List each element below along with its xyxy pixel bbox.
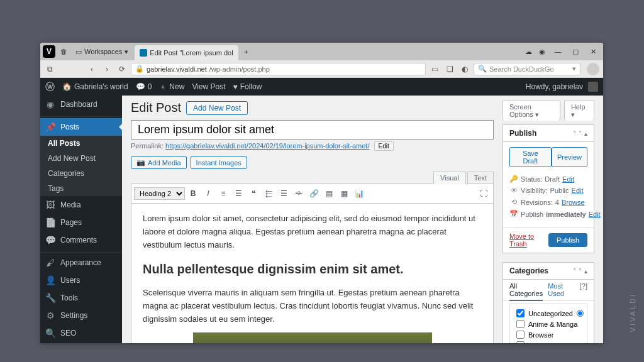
- blocker-icon[interactable]: ◐: [458, 63, 471, 75]
- menu-label: SEO: [60, 329, 76, 337]
- toggle-icon[interactable]: ▴: [584, 130, 587, 137]
- menu-appearance[interactable]: 🖌Appearance: [40, 254, 122, 272]
- reload-button[interactable]: ⟳: [116, 63, 128, 75]
- visibility-label: Visibility:: [521, 187, 548, 194]
- forward-button[interactable]: ›: [101, 63, 113, 75]
- up-icon[interactable]: ˄: [573, 268, 576, 275]
- publish-button[interactable]: Publish: [548, 233, 587, 247]
- menu-tools[interactable]: 🔧Tools: [40, 289, 122, 307]
- category-item[interactable]: Design: [516, 340, 580, 343]
- down-icon[interactable]: ˅: [579, 130, 582, 137]
- chart-button[interactable]: 📊: [352, 187, 366, 200]
- minimize-button[interactable]: —: [550, 45, 565, 58]
- close-button[interactable]: ✕: [586, 45, 601, 58]
- add-new-post-button[interactable]: Add New Post: [186, 101, 248, 115]
- primary-category-radio[interactable]: [577, 310, 584, 317]
- add-media-button[interactable]: 📷Add Media: [131, 156, 187, 169]
- submenu-categories[interactable]: Categories: [40, 166, 122, 181]
- menu-posts[interactable]: 📌Posts: [40, 118, 122, 136]
- url-field[interactable]: 🔒 gabrielav.vivaldi.net/wp-admin/post.ph…: [131, 63, 426, 75]
- category-item[interactable]: Browser: [516, 329, 580, 340]
- toolbar-toggle-button[interactable]: ▦: [337, 187, 351, 200]
- settings-icon: ⚙: [45, 310, 55, 321]
- category-checkbox[interactable]: [516, 320, 525, 328]
- category-checkbox[interactable]: [516, 309, 525, 317]
- submenu-tags[interactable]: Tags: [40, 181, 122, 196]
- numbered-list-button[interactable]: ☰: [231, 187, 245, 200]
- category-checkbox[interactable]: [516, 341, 525, 343]
- metabox-title: Publish: [509, 129, 536, 138]
- screen-options-tab[interactable]: Screen Options ▾: [502, 101, 560, 121]
- view-post-link[interactable]: View Post: [192, 82, 225, 91]
- align-left-button[interactable]: ⬱: [262, 187, 275, 200]
- new-tab-button[interactable]: ＋: [241, 46, 252, 57]
- menu-settings[interactable]: ⚙Settings: [40, 307, 122, 324]
- howdy-link[interactable]: Howdy, gabrielav: [526, 82, 598, 92]
- menu-comments[interactable]: 💬Comments: [40, 231, 122, 249]
- most-used-tab[interactable]: Most Used: [548, 280, 570, 300]
- editor-tabs: Visual Text: [131, 172, 494, 184]
- save-draft-button[interactable]: Save Draft: [509, 147, 552, 167]
- category-item[interactable]: Anime & Manga: [516, 319, 580, 329]
- site-name-link[interactable]: 🏠 Gabriela's world: [62, 82, 128, 91]
- permalink-link[interactable]: https://gabrielav.vivaldi.net/2024/02/19…: [165, 142, 369, 150]
- edit-publish-link[interactable]: Edit: [589, 211, 601, 218]
- comments-link[interactable]: 💬 0: [136, 82, 152, 91]
- format-select[interactable]: Heading 2: [134, 187, 185, 200]
- browser-tab[interactable]: Edit Post "Lorem ipsum dol: [135, 45, 238, 60]
- italic-button[interactable]: I: [201, 187, 215, 200]
- move-to-trash-link[interactable]: Move to Trash: [509, 233, 548, 248]
- bullet-list-button[interactable]: ≡: [216, 187, 230, 200]
- bold-button[interactable]: B: [186, 187, 200, 200]
- editor-content[interactable]: Lorem ipsum dolor sit amet, consectetur …: [131, 204, 494, 343]
- up-icon[interactable]: ˄: [573, 130, 576, 137]
- cloud-icon[interactable]: ☁: [523, 46, 534, 57]
- panel-toggle-icon[interactable]: ⧉: [44, 63, 55, 75]
- instant-images-button[interactable]: Instant Images: [191, 156, 247, 169]
- maximize-button[interactable]: ▢: [568, 45, 583, 58]
- preview-button[interactable]: Preview: [552, 147, 587, 167]
- trash-icon[interactable]: 🗑: [58, 46, 69, 57]
- edit-status-link[interactable]: Edit: [562, 175, 574, 183]
- text-tab[interactable]: Text: [467, 172, 494, 184]
- follow-link[interactable]: ♥ Follow: [233, 82, 262, 91]
- sync-icon[interactable]: ◉: [536, 46, 548, 57]
- fullscreen-button[interactable]: ⛶: [477, 187, 491, 200]
- category-checkbox[interactable]: [516, 331, 525, 339]
- all-categories-tab[interactable]: All Categories: [509, 280, 543, 301]
- link-button[interactable]: 🔗: [307, 187, 321, 200]
- toggle-icon[interactable]: ▴: [584, 268, 587, 275]
- align-right-button[interactable]: ⬲: [292, 187, 306, 200]
- new-label: New: [169, 82, 184, 91]
- menu-dashboard[interactable]: ◉Dashboard: [40, 96, 122, 113]
- vivaldi-menu-button[interactable]: V: [43, 45, 55, 58]
- paragraph: Lorem ipsum dolor sit amet, consectetur …: [143, 212, 482, 251]
- workspaces-button[interactable]: ▭ Workspaces ▾: [72, 48, 132, 56]
- menu-users[interactable]: 👤Users: [40, 272, 122, 289]
- edit-permalink-button[interactable]: Edit: [374, 141, 394, 151]
- more-button[interactable]: ▤: [322, 187, 336, 200]
- menu-media[interactable]: 🖼Media: [40, 196, 122, 214]
- wordpress-logo-icon[interactable]: ⓦ: [45, 81, 55, 93]
- visual-tab[interactable]: Visual: [433, 172, 466, 184]
- post-title-input[interactable]: [131, 120, 494, 140]
- new-content-link[interactable]: ＋ New: [159, 82, 184, 92]
- profile-avatar[interactable]: [587, 63, 599, 75]
- search-field[interactable]: 🔍 Search DuckDuckGo ▾: [474, 63, 580, 75]
- back-button[interactable]: ‹: [86, 63, 98, 75]
- align-center-button[interactable]: ☰: [277, 187, 291, 200]
- down-icon[interactable]: ˅: [579, 268, 582, 275]
- menu-seo[interactable]: 🔍SEO: [40, 324, 122, 342]
- quote-button[interactable]: ❝: [247, 187, 260, 200]
- submenu-all-posts[interactable]: All Posts: [40, 136, 122, 151]
- help-icon[interactable]: [?]: [580, 280, 587, 300]
- menu-pages[interactable]: 📄Pages: [40, 214, 122, 231]
- reader-icon[interactable]: ▭: [428, 63, 441, 75]
- help-tab[interactable]: Help ▾: [564, 101, 594, 121]
- revisions-count: 4: [555, 199, 559, 206]
- edit-visibility-link[interactable]: Edit: [572, 187, 584, 194]
- submenu-add-new[interactable]: Add New Post: [40, 151, 122, 166]
- category-item[interactable]: Uncategorized: [516, 308, 580, 319]
- bookmark-icon[interactable]: ❏: [443, 63, 456, 75]
- browse-revisions-link[interactable]: Browse: [562, 199, 585, 206]
